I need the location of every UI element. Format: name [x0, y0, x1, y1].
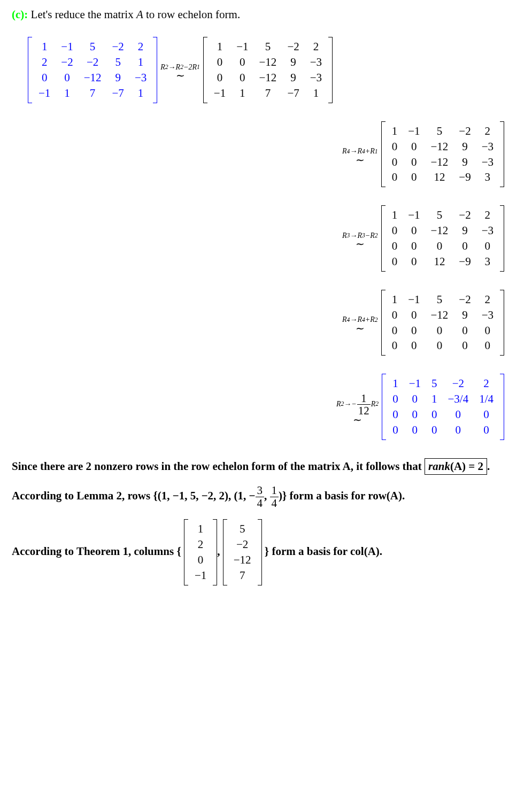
matrix-cell: 0	[403, 254, 425, 269]
part-label: (c):	[12, 8, 28, 21]
matrix-cell: 0	[426, 407, 443, 422]
matrix-cell: 0	[426, 422, 443, 438]
step-row-1: R4→R4+R1 ∼ 1−15−2200−129−300−129−30012−9…	[12, 121, 520, 188]
matrix-cell: −1	[403, 124, 425, 139]
matrix-cell: 0	[387, 391, 404, 407]
matrix-step-1: 1−15−2200−129−300−129−30012−93	[381, 121, 504, 188]
matrix-cell: 2	[476, 207, 499, 223]
matrix-cell: 1	[189, 521, 212, 537]
matrix-cell: 0	[403, 223, 425, 238]
matrix-cell: 5	[425, 207, 453, 223]
matrix-cell: 0	[425, 323, 453, 338]
matrix-cell: 9	[107, 70, 129, 86]
matrix-cell: 0	[442, 407, 474, 422]
matrix-cell: 0	[403, 323, 425, 338]
matrix-cell: 9	[453, 139, 476, 155]
matrix-cell: 0	[387, 139, 403, 155]
matrix-cell: 7	[228, 568, 257, 583]
intro-text-1: Let's reduce the matrix	[31, 8, 136, 21]
matrix-cell: −1	[403, 207, 425, 223]
matrix-cell: −3	[305, 70, 327, 86]
matrix-cell: 5	[425, 124, 453, 139]
matrix-cell: 5	[107, 55, 129, 70]
matrix-cell: 9	[282, 55, 304, 70]
matrix-cell: −12	[425, 307, 453, 323]
step-row-2: R3→R3−R2 ∼ 1−15−2200−129−3000000012−93	[12, 205, 520, 272]
row-op-1: R4→R4+R1 ∼	[342, 146, 378, 161]
matrix-cell: −2	[453, 124, 476, 139]
matrix-cell: −2	[79, 55, 107, 70]
matrix-cell: −12	[425, 139, 453, 155]
matrix-cell: 0	[403, 139, 425, 155]
matrix-cell: −2	[228, 537, 257, 552]
matrix-cell: −3	[476, 155, 499, 170]
step-row-3: R4→R4+R2 ∼ 1−15−2200−129−30000000000	[12, 290, 520, 356]
matrix-step-3: 1−15−2200−129−30000000000	[381, 290, 504, 356]
matrix-cell: 0	[425, 238, 453, 254]
matrix-cell: 0	[474, 422, 499, 438]
matrix-cell: 0	[387, 155, 403, 170]
matrix-cell: 5	[425, 292, 453, 307]
matrix-cell: −3/4	[442, 391, 474, 407]
matrix-cell: 0	[453, 238, 476, 254]
matrix-cell: 5	[79, 39, 107, 55]
matrix-cell: −1	[231, 39, 253, 55]
matrix-step-2: 1−15−2200−129−3000000012−93	[381, 205, 504, 272]
matrix-cell: 0	[442, 422, 474, 438]
matrix-cell: 0	[387, 223, 403, 238]
matrix-cell: 9	[453, 307, 476, 323]
matrix-cell: 2	[476, 292, 499, 307]
matrix-cell: −2	[56, 55, 78, 70]
matrix-cell: 12	[425, 254, 453, 269]
matrix-cell: 12	[425, 169, 453, 185]
initial-matrix-grid: 1−15−222−2−25100−129−3−117−71	[33, 39, 152, 101]
matrix-cell: 0	[209, 55, 231, 70]
matrix-cell: −2	[107, 39, 129, 55]
matrix-cell: 0	[56, 70, 78, 86]
matrix-cell: 2	[476, 124, 499, 139]
matrix-cell: 5	[228, 521, 257, 537]
matrix-cell: −1	[403, 292, 425, 307]
matrix-cell: 1/4	[474, 391, 499, 407]
matrix-cell: 1	[305, 86, 327, 101]
row-op-2: R3→R3−R2 ∼	[342, 231, 378, 246]
matrix-cell: −12	[254, 55, 282, 70]
row-op-0: R2→R2−2R1 ∼	[160, 63, 200, 78]
intro-line: (c): Let's reduce the matrix A to row ec…	[12, 7, 520, 22]
row-op-3: R4→R4+R2 ∼	[342, 315, 378, 330]
matrix-cell: −12	[228, 552, 257, 568]
matrix-cell: 9	[282, 70, 304, 86]
matrix-cell: 1	[56, 86, 78, 101]
matrix-cell: −1	[404, 376, 426, 391]
matrix-cell: −3	[305, 55, 327, 70]
matrix-cell: 0	[387, 407, 404, 422]
matrix-cell: −3	[476, 307, 499, 323]
step-row-0: 1−15−222−2−25100−129−3−117−71 R2→R2−2R1 …	[12, 37, 520, 103]
matrix-cell: 0	[387, 238, 403, 254]
matrix-cell: 0	[453, 338, 476, 353]
matrix-cell: 0	[453, 323, 476, 338]
matrix-cell: 1	[387, 207, 403, 223]
matrix-cell: −12	[254, 70, 282, 86]
matrix-cell: −2	[453, 207, 476, 223]
matrix-cell: 1	[129, 86, 152, 101]
matrix-cell: 1	[387, 376, 404, 391]
matrix-cell: 0	[404, 422, 426, 438]
matrix-cell: 0	[403, 338, 425, 353]
matrix-cell: 0	[387, 422, 404, 438]
conclusion-row-basis: According to Lemma 2, rows {(1, −1, 5, −…	[12, 484, 520, 510]
col-vector-2: 5−2−127	[223, 519, 262, 585]
matrix-cell: −1	[33, 86, 56, 101]
matrix-cell: 2	[33, 55, 56, 70]
matrix-cell: −7	[107, 86, 129, 101]
matrix-cell: 1	[129, 55, 152, 70]
matrix-cell: 0	[231, 55, 253, 70]
matrix-cell: 0	[476, 323, 499, 338]
matrix-cell: −12	[425, 223, 453, 238]
matrix-cell: 1	[387, 292, 403, 307]
matrix-cell: 1	[209, 39, 231, 55]
intro-text-2: to row echelon form.	[143, 8, 240, 21]
matrix-cell: −3	[476, 139, 499, 155]
matrix-cell: −12	[79, 70, 107, 86]
matrix-step-0: 1−15−2200−129−300−129−3−117−71	[203, 37, 333, 103]
